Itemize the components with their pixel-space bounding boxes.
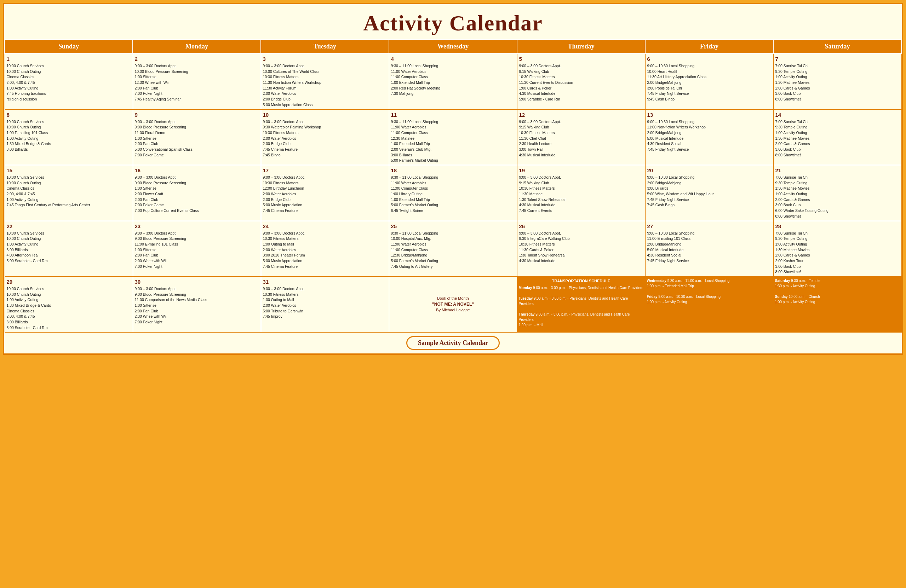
activity-item: 5:00 Musical Interlude: [647, 136, 772, 141]
activity-item: 10:00 Heart Health: [647, 69, 772, 74]
transport-tuesday: Tuesday 9:00 a.m. - 3:00 p.m. - Physicia…: [519, 296, 644, 306]
activity-item: 1:00 Activity Outing: [7, 242, 131, 247]
transport-saturday: Saturday 9:30 a.m. - Temple1:30 p.m. - A…: [775, 278, 900, 289]
activity-item: 10:30 Fitness Matters: [263, 292, 387, 297]
activity-item: 4:30 Resident Social: [647, 253, 772, 258]
activity-item: 10:00 Hospital Aux. Mtg.: [391, 236, 515, 241]
activity-item: 4:30 Musical Interlude: [519, 202, 643, 208]
cell-w3-d4: 189:30 – 11:00 Local Shopping11:00 Water…: [389, 165, 517, 221]
activity-item: 9:30 Temple Outing: [775, 180, 900, 186]
activity-item: 3:00 Billiards: [7, 147, 131, 152]
activity-item: 2:00 Flower Craft: [135, 191, 259, 197]
cell-w5-d4: Book of the Month "NOT ME: A NOVEL" By M…: [389, 277, 517, 333]
activity-item: 2:00 Water Aerobics: [263, 91, 387, 96]
day-number: 27: [647, 223, 772, 230]
day-number: 20: [647, 167, 772, 174]
activity-item: 1:00 Activity Outing: [7, 197, 131, 202]
activity-item: 9:00 – 10:30 Local Shopping: [647, 119, 772, 124]
day-number: 7: [775, 55, 900, 63]
activity-item: 10:30 Fitness Matters: [263, 130, 387, 135]
activity-item: 9:30 – 11:00 Local Shopping: [391, 119, 515, 124]
week-row-5: 2910:00 Church Services10:00 Church Outi…: [5, 277, 901, 333]
activity-list: 9:00 – 3:00 Doctors Appt.9:30 IntegraCar…: [519, 231, 643, 264]
cell-w2-d6: 139:00 – 10:30 Local Shopping11:00 Non-f…: [645, 109, 773, 165]
activity-list: 9:00 – 3:00 Doctors Appt.10:00 Cultures …: [263, 63, 387, 108]
activity-item: 3:00 Book Club: [775, 91, 900, 96]
activity-item: 2:00 Water Aerobics: [263, 136, 387, 141]
activity-item: 3:00 Poolside Tai Chi: [647, 86, 772, 91]
activity-item: 9:15 Walking Club: [519, 124, 643, 130]
transport-thursday: Thursday 9:00 a.m. - 3:00 p.m. - Physici…: [519, 312, 644, 328]
activity-item: 11:00 Water Aerobics: [391, 124, 515, 130]
activity-item: 11:00 Computer Class: [391, 130, 515, 135]
cell-w1-d7: 77:00 Sunrise Tai Chi9:30 Temple Outing1…: [773, 53, 901, 109]
activity-item: 9:00 – 10:30 Local Shopping: [647, 175, 772, 180]
activity-item: 9:00 – 10:30 Local Shopping: [647, 63, 772, 69]
cell-w1-d1: 110:00 Church Services10:00 Church Outin…: [5, 53, 133, 109]
activity-item: 2:00 Water Aerobics: [263, 191, 387, 197]
activity-list: 9:00 – 3:00 Doctors Appt.9:15 Walking Cl…: [519, 119, 643, 158]
activity-item: 5:00 Music Appreciation: [263, 202, 387, 208]
activity-item: 1:00 Activity Outing: [775, 74, 900, 80]
activity-item: 1:00 E-mailing 101 Class: [7, 130, 131, 135]
cell-w2-d2: 99:00 – 3:00 Doctors Appt.9:00 Blood Pre…: [133, 109, 261, 165]
activity-item: 2:00 Pan Club: [135, 141, 259, 147]
day-number: 28: [775, 223, 900, 230]
transport-monday: Monday 9:00 a.m. - 3:00 p.m. - Physician…: [519, 285, 644, 290]
activity-list: 9:30 – 11:00 Local Shopping10:00 Hospita…: [391, 231, 515, 269]
cell-w1-d6: 69:00 – 10:30 Local Shopping10:00 Heart …: [645, 53, 773, 109]
activity-item: 4:00 Afternoon Tea: [7, 253, 131, 258]
activity-item: 10:30 Fitness Matters: [519, 74, 643, 80]
activity-item: 9:00 – 3:00 Doctors Appt.: [519, 119, 643, 124]
activity-item: 8:00 Showtime!: [775, 153, 900, 158]
activity-item: 7:45 Cinema Feature: [263, 264, 387, 269]
calendar-table: Sunday Monday Tuesday Wednesday Thursday…: [4, 39, 902, 333]
activity-item: 1:00 Cards & Poker: [519, 86, 643, 91]
cell-w3-d1: 1510:00 Church Services10:00 Church Outi…: [5, 165, 133, 221]
activity-item: 10:30 Fitness Matters: [263, 180, 387, 186]
cell-w4-d7: 287:00 Sunrise Tai Chi9:30 Temple Outing…: [773, 221, 901, 277]
activity-item: 2:00 Pan Club: [135, 86, 259, 91]
activity-item: 11:00 Computer Class: [391, 247, 515, 253]
activity-item: Cinema Classics: [7, 186, 131, 191]
activity-item: 1:00 Activity Outing: [775, 191, 900, 197]
day-number: 18: [391, 167, 515, 174]
activity-item: 1:30 Matinee Movies: [775, 80, 900, 85]
activity-item: 9:00 – 3:00 Doctors Appt.: [263, 231, 387, 236]
activity-item: 1:00 Outing to Mall: [263, 242, 387, 247]
activity-item: 7:00 Sunrise Tai Chi: [775, 175, 900, 180]
activity-item: 10:00 Church Outing: [7, 180, 131, 186]
activity-item: 7:00 Poker Night: [135, 319, 259, 325]
activity-item: 4:30 Musical Interlude: [519, 91, 643, 96]
activity-item: 7:00 Poker Game: [135, 202, 259, 208]
activity-item: 7:45 Bingo: [263, 153, 387, 158]
activity-item: 2:00 Cards & Games: [775, 86, 900, 91]
activity-item: 10:00 Church Outing: [7, 124, 131, 130]
activity-item: 5:00 Scrabble - Card Rm: [7, 325, 131, 330]
activity-item: 7:30 Mahjong: [391, 91, 515, 96]
day-saturday: Saturday: [773, 40, 901, 53]
activity-item: 7:45 Honoring traditions –: [7, 91, 131, 96]
activity-item: 1:30 Talent Show Rehearsal: [519, 253, 643, 258]
activity-item: 1:30 Matinee Movies: [775, 186, 900, 191]
day-number: 1: [7, 55, 131, 63]
activity-item: 11:00 Non-fiction Writers Workshop: [647, 124, 772, 130]
activity-item: 12:00 Birthday Luncheon: [263, 186, 387, 191]
activity-item: 7:00 Poker Night: [135, 264, 259, 269]
activity-item: 10:00 Church Outing: [7, 236, 131, 241]
cell-w5-d1: 2910:00 Church Services10:00 Church Outi…: [5, 277, 133, 333]
activity-item: 7:45 Current Events: [519, 208, 643, 214]
activity-item: 1:00 Activity Outing: [775, 242, 900, 247]
calendar-header: Activity Calendar: [4, 4, 902, 39]
activity-list: 9:00 – 3:00 Doctors Appt.9:00 Blood Pres…: [135, 119, 259, 158]
activity-item: 5:00 Scrabble - Card Rm: [519, 97, 643, 102]
activity-item: 2:00 Whee with Wii: [135, 258, 259, 264]
activity-list: 9:30 – 11:00 Local Shopping11:00 Water A…: [391, 175, 515, 214]
activity-item: 10:30 Fitness Matters: [519, 242, 643, 247]
activity-item: 5:00 Tribute to Gershwin: [263, 309, 387, 314]
activity-list: 7:00 Sunrise Tai Chi9:30 Temple Outing1:…: [775, 63, 900, 102]
day-number: 22: [7, 223, 131, 230]
activity-list: 7:00 Sunrise Tai Chi9:30 Temple Outing1:…: [775, 175, 900, 219]
activity-item: 9:00 Blood Pressure Screening: [135, 180, 259, 186]
activity-list: 9:00 – 10:30 Local Shopping11:00 E-maili…: [647, 231, 772, 264]
